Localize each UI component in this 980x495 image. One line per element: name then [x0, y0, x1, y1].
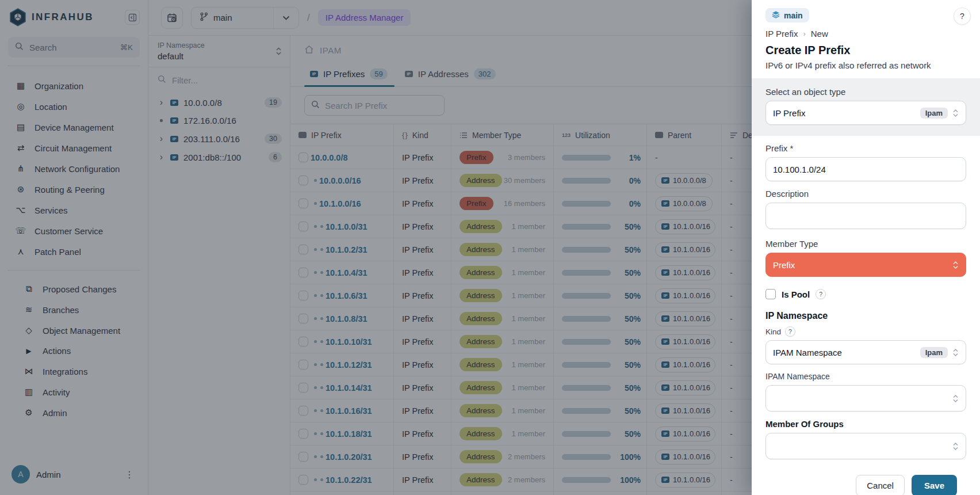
chevron-up-down-icon	[952, 394, 959, 403]
object-type-select[interactable]: IP Prefix Ipam	[765, 101, 966, 125]
object-type-value: IP Prefix	[773, 108, 805, 118]
ipam-namespace-select[interactable]	[765, 385, 966, 412]
create-ip-prefix-drawer: main ? IP Prefix › New Create IP Prefix …	[752, 0, 980, 495]
breadcrumb-current: New	[811, 29, 828, 39]
breadcrumb-parent[interactable]: IP Prefix	[765, 29, 798, 39]
kind-value: IPAM Namespace	[773, 348, 842, 357]
drawer-title: Create IP Prefix	[765, 44, 971, 57]
cancel-button[interactable]: Cancel	[856, 475, 905, 495]
kind-label: Kind	[765, 328, 781, 336]
drawer-branch-name: main	[784, 11, 803, 20]
description-textarea[interactable]	[765, 203, 966, 229]
save-button[interactable]: Save	[912, 475, 957, 495]
ipam-kind-badge: Ipam	[920, 347, 948, 358]
kind-help-icon[interactable]: ?	[785, 326, 795, 337]
is-pool-checkbox[interactable]	[765, 289, 776, 299]
layers-icon	[772, 10, 780, 20]
member-type-select[interactable]: Prefix	[765, 253, 966, 277]
prefix-field-label: Prefix *	[765, 143, 966, 153]
drawer-branch-badge: main	[765, 8, 809, 22]
chevron-up-down-icon	[952, 442, 959, 451]
modal-dim-overlay[interactable]	[0, 0, 752, 495]
member-type-value: Prefix	[773, 260, 795, 270]
ipam-namespace-label: IPAM Namespace	[765, 372, 966, 381]
object-type-label: Select an object type	[765, 87, 966, 97]
drawer-help-button[interactable]: ?	[954, 7, 971, 25]
drawer-breadcrumb: IP Prefix › New	[765, 29, 971, 39]
member-of-groups-select[interactable]	[765, 433, 966, 459]
chevron-up-down-icon	[952, 261, 959, 269]
is-pool-label: Is Pool	[782, 290, 810, 299]
ipam-kind-badge: Ipam	[920, 108, 948, 119]
chevron-right-icon: ›	[803, 29, 805, 38]
kind-select[interactable]: IPAM Namespace Ipam	[765, 340, 966, 364]
member-of-groups-label: Member Of Groups	[765, 419, 966, 429]
description-field-label: Description	[765, 189, 966, 199]
chevron-up-down-icon	[952, 348, 959, 357]
is-pool-help-icon[interactable]: ?	[816, 289, 826, 299]
drawer-subtitle: IPv6 or IPv4 prefix also referred as net…	[765, 60, 971, 70]
prefix-input[interactable]	[765, 157, 966, 181]
chevron-up-down-icon	[952, 109, 959, 117]
member-type-label: Member Type	[765, 239, 966, 249]
ip-namespace-section-title: IP Namespace	[765, 311, 966, 321]
